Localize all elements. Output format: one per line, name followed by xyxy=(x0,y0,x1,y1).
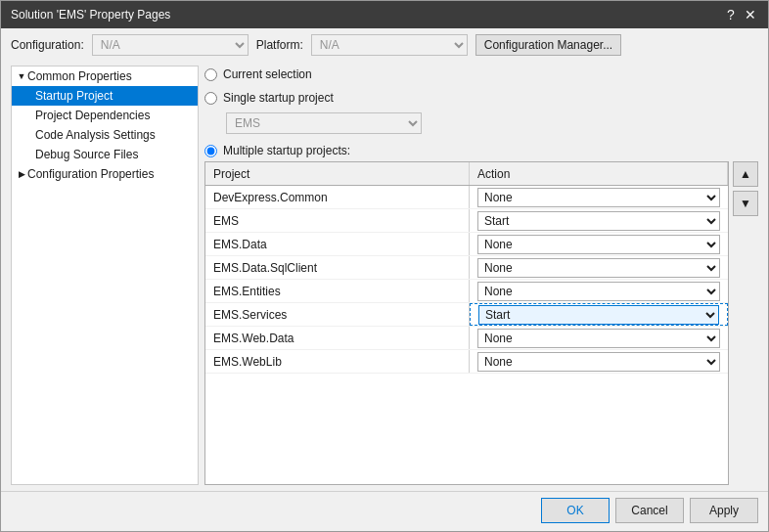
content-area: ▼ Common Properties Startup Project Proj… xyxy=(1,62,768,491)
radio-row-single: Single startup project xyxy=(204,91,758,105)
action-select[interactable]: NoneStartStart without debugging xyxy=(478,305,719,325)
table-cell-project: EMS.WebLib xyxy=(205,350,470,373)
sidebar-item-label: Startup Project xyxy=(35,89,113,103)
move-up-button[interactable]: ▲ xyxy=(733,161,758,187)
config-combo[interactable]: N/A xyxy=(92,34,249,56)
title-controls: ? ✕ xyxy=(723,7,758,22)
sidebar-item-label: Configuration Properties xyxy=(27,167,154,181)
table-header: Project Action xyxy=(205,162,728,186)
multiple-startup-section: Multiple startup projects: Project Actio… xyxy=(204,142,758,485)
sidebar-item-label: Code Analysis Settings xyxy=(35,128,156,142)
table-cell-action[interactable]: NoneStartStart without debugging xyxy=(470,256,728,279)
radio-multiple-startup[interactable] xyxy=(204,145,217,157)
platform-combo[interactable]: N/A xyxy=(311,34,468,56)
action-select[interactable]: NoneStartStart without debugging xyxy=(477,352,720,372)
radio-single-label[interactable]: Single startup project xyxy=(223,91,334,105)
table-cell-project: EMS.Web.Data xyxy=(205,327,470,349)
radio-current-label[interactable]: Current selection xyxy=(223,67,312,81)
table-row: EMS.DataNoneStartStart without debugging xyxy=(205,233,728,256)
main-dialog: Solution 'EMS' Property Pages ? ✕ Config… xyxy=(0,0,769,532)
action-select[interactable]: NoneStartStart without debugging xyxy=(477,282,720,301)
action-select[interactable]: NoneStartStart without debugging xyxy=(477,211,720,231)
table-row: EMS.WebLibNoneStartStart without debuggi… xyxy=(205,350,728,374)
radio-row-current: Current selection xyxy=(204,67,758,81)
help-button[interactable]: ? xyxy=(723,7,739,22)
table-cell-project: EMS.Entities xyxy=(205,280,470,302)
footer: OK Cancel Apply xyxy=(1,491,768,531)
table-cell-project: DevExpress.Common xyxy=(205,186,470,208)
table-row: EMS.ServicesNoneStartStart without debug… xyxy=(205,303,728,327)
table-cell-project: EMS.Services xyxy=(205,303,470,326)
config-manager-button[interactable]: Configuration Manager... xyxy=(475,34,621,56)
radio-current-selection[interactable] xyxy=(204,68,217,81)
table-cell-action[interactable]: NoneStartStart without debugging xyxy=(470,186,728,208)
title-bar: Solution 'EMS' Property Pages ? ✕ xyxy=(1,1,768,28)
table-cell-project: EMS.Data xyxy=(205,233,470,255)
sidebar-item-common-properties[interactable]: ▼ Common Properties xyxy=(12,66,198,86)
action-select[interactable]: NoneStartStart without debugging xyxy=(477,329,720,348)
table-row: EMS.EntitiesNoneStartStart without debug… xyxy=(205,280,728,303)
move-down-button[interactable]: ▼ xyxy=(733,191,758,216)
expand-chevron-icon: ▼ xyxy=(16,71,27,81)
action-select[interactable]: NoneStartStart without debugging xyxy=(477,235,720,254)
table-cell-action[interactable]: NoneStartStart without debugging xyxy=(470,327,728,349)
table-row: DevExpress.CommonNoneStartStart without … xyxy=(205,186,728,209)
collapse-chevron-icon: ▶ xyxy=(16,169,27,179)
table-cell-action[interactable]: NoneStartStart without debugging xyxy=(470,233,728,255)
table-row: EMS.Data.SqlClientNoneStartStart without… xyxy=(205,256,728,280)
radio-row-multiple: Multiple startup projects: xyxy=(204,144,758,157)
table-cell-action[interactable]: NoneStartStart without debugging xyxy=(470,350,728,373)
table-cell-action[interactable]: NoneStartStart without debugging xyxy=(470,280,728,302)
table-cell-project: EMS xyxy=(205,209,470,232)
table-cell-action[interactable]: NoneStartStart without debugging xyxy=(470,209,728,232)
sidebar-item-label: Common Properties xyxy=(27,69,132,83)
sidebar-item-configuration-properties[interactable]: ▶ Configuration Properties xyxy=(12,164,198,184)
platform-label: Platform: xyxy=(256,38,303,52)
sidebar-item-debug-source[interactable]: Debug Source Files xyxy=(12,145,198,164)
radio-multiple-label[interactable]: Multiple startup projects: xyxy=(223,144,350,157)
projects-table: Project Action DevExpress.CommonNoneStar… xyxy=(204,161,729,485)
single-project-combo[interactable]: EMS xyxy=(226,112,422,134)
sidebar-item-label: Project Dependencies xyxy=(35,109,150,122)
col-header-project: Project xyxy=(205,162,470,185)
col-header-action: Action xyxy=(470,162,728,185)
apply-button[interactable]: Apply xyxy=(690,498,758,523)
sidebar-item-startup-project[interactable]: Startup Project xyxy=(12,86,198,106)
sidebar-item-project-dependencies[interactable]: Project Dependencies xyxy=(12,106,198,125)
action-select[interactable]: NoneStartStart without debugging xyxy=(477,258,720,278)
left-panel-tree: ▼ Common Properties Startup Project Proj… xyxy=(11,66,199,485)
sidebar-item-code-analysis[interactable]: Code Analysis Settings xyxy=(12,125,198,145)
radio-single-startup[interactable] xyxy=(204,92,217,105)
sidebar-item-label: Debug Source Files xyxy=(35,148,138,161)
dialog-title: Solution 'EMS' Property Pages xyxy=(11,8,170,22)
right-panel: Current selection Single startup project… xyxy=(204,66,758,485)
table-body: DevExpress.CommonNoneStartStart without … xyxy=(205,186,728,484)
cancel-button[interactable]: Cancel xyxy=(615,498,684,523)
table-with-arrows: Project Action DevExpress.CommonNoneStar… xyxy=(204,161,758,485)
table-cell-project: EMS.Data.SqlClient xyxy=(205,256,470,279)
ok-button[interactable]: OK xyxy=(541,498,610,523)
toolbar: Configuration: N/A Platform: N/A Configu… xyxy=(1,28,768,62)
table-row: EMS.Web.DataNoneStartStart without debug… xyxy=(205,327,728,350)
up-down-buttons: ▲ ▼ xyxy=(733,161,758,485)
table-row: EMSNoneStartStart without debugging xyxy=(205,209,728,233)
table-cell-action[interactable]: NoneStartStart without debugging xyxy=(470,303,728,326)
close-button[interactable]: ✕ xyxy=(743,7,758,22)
action-select[interactable]: NoneStartStart without debugging xyxy=(477,188,720,207)
single-project-row: EMS xyxy=(204,112,758,134)
config-label: Configuration: xyxy=(11,38,84,52)
